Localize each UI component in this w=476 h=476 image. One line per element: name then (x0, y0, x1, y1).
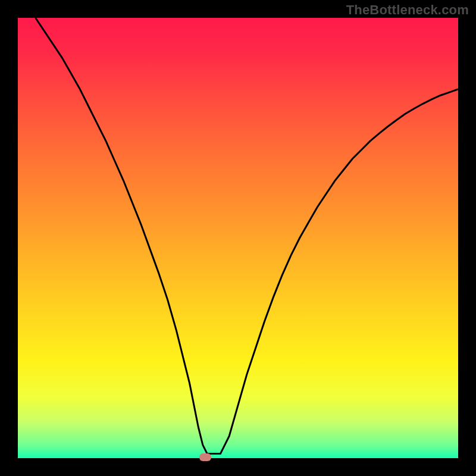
watermark-text: TheBottleneck.com (346, 2, 469, 18)
plot-area (18, 18, 458, 458)
gradient-background-with-curve (18, 18, 458, 458)
optimal-marker (199, 453, 211, 461)
chart-frame: TheBottleneck.com (0, 0, 476, 476)
gradient-rect (18, 18, 458, 458)
